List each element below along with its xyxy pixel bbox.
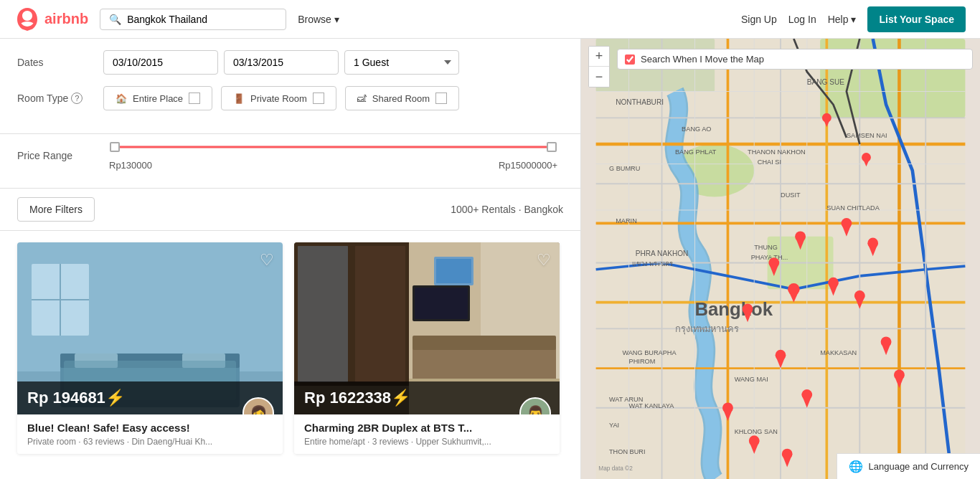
slider-handle-max[interactable] — [547, 142, 557, 152]
private-room-icon: 🚪 — [233, 93, 245, 104]
svg-rect-13 — [355, 246, 405, 382]
svg-text:แขวง พระนคร: แขวง พระนคร — [632, 260, 673, 267]
listing-2-favorite-button[interactable]: ♡ — [537, 251, 551, 270]
filters-area: Dates 1 Guest 2 Guests 3 Guests 4 Guests… — [0, 39, 580, 134]
date-to-input[interactable] — [224, 50, 339, 75]
shared-room-icon: 🛋 — [357, 93, 367, 104]
search-when-checkbox[interactable] — [625, 54, 635, 65]
help-chevron-icon: ▾ — [851, 14, 856, 25]
search-when-bar: Search When I Move the Map — [617, 49, 973, 70]
map-panel: NONTHABURI BANG AO BANG SUE G BUMRU BANG… — [581, 39, 980, 479]
svg-text:CHAI SI: CHAI SI — [758, 158, 781, 166]
svg-rect-18 — [415, 288, 468, 319]
list-space-button[interactable]: List Your Space — [867, 6, 966, 32]
help-label: Help — [828, 14, 849, 25]
slider-fill — [115, 146, 552, 148]
svg-text:PHIROM: PHIROM — [629, 358, 656, 365]
lightning-icon-1: ⚡ — [105, 389, 125, 407]
shared-room-checkbox[interactable] — [435, 93, 447, 104]
zoom-out-button[interactable]: − — [589, 67, 609, 87]
browse-button[interactable]: Browse ▾ — [298, 14, 339, 25]
price-values: Rp130000 Rp15000000+ — [109, 160, 557, 171]
language-currency-bar[interactable]: 🌐 Language and Currency — [837, 453, 981, 479]
listing-card[interactable]: ♡ Rp 194681⚡ 👩 Blue! Clean! Safe! Easy a… — [17, 242, 283, 454]
search-input[interactable] — [127, 14, 270, 25]
svg-text:WANG BURAPHA: WANG BURAPHA — [622, 349, 677, 356]
price-range-label: Price Range — [17, 150, 103, 161]
room-type-label: Room Type ? — [17, 93, 103, 104]
room-types-group: 🏠 Entire Place 🚪 Private Room 🛋 Shared R… — [103, 86, 563, 110]
results-bar: More Filters 1000+ Rentals · Bangkok — [0, 189, 580, 231]
svg-text:WAT KANLAYA: WAT KANLAYA — [629, 402, 675, 409]
left-panel: Dates 1 Guest 2 Guests 3 Guests 4 Guests… — [0, 39, 581, 479]
listing-1-price: Rp 194681 — [27, 389, 105, 407]
svg-text:THON BURI: THON BURI — [609, 448, 646, 455]
entire-place-icon: 🏠 — [116, 93, 127, 104]
date-from-input[interactable] — [103, 50, 218, 75]
guest-select[interactable]: 1 Guest 2 Guests 3 Guests 4 Guests 5+ Gu… — [344, 50, 459, 75]
search-box[interactable]: 🔍 — [100, 9, 286, 30]
price-min: Rp130000 — [109, 160, 152, 171]
signup-button[interactable]: Sign Up — [741, 14, 777, 25]
map-svg: NONTHABURI BANG AO BANG SUE G BUMRU BANG… — [581, 39, 980, 479]
svg-text:MARIN: MARIN — [616, 217, 637, 224]
price-range-row: Price Range Rp130000 Rp15000000+ — [17, 140, 563, 171]
private-room-checkbox[interactable] — [313, 93, 324, 104]
zoom-in-button[interactable]: + — [589, 47, 609, 67]
entire-place-checkbox[interactable] — [189, 93, 200, 104]
svg-text:BANG AO: BANG AO — [682, 125, 711, 133]
guest-wrapper: 1 Guest 2 Guests 3 Guests 4 Guests 5+ Gu… — [344, 50, 459, 75]
listing-2-info: Charming 2BR Duplex at BTS T... Entire h… — [294, 414, 560, 454]
map-container[interactable]: NONTHABURI BANG AO BANG SUE G BUMRU BANG… — [581, 39, 980, 479]
slider-handle-min[interactable] — [110, 142, 120, 152]
price-range-section: Price Range Rp130000 Rp15000000+ — [0, 134, 580, 189]
search-when-label: Search When I Move the Map — [641, 54, 764, 65]
svg-text:YAI: YAI — [609, 422, 619, 429]
listing-1-favorite-button[interactable]: ♡ — [260, 251, 274, 270]
entire-place-option[interactable]: 🏠 Entire Place — [103, 86, 212, 110]
listing-1-info: Blue! Clean! Safe! Easy access! Private … — [17, 414, 283, 454]
svg-text:G BUMRU: G BUMRU — [609, 165, 640, 172]
browse-chevron-icon: ▾ — [334, 14, 339, 25]
svg-text:DUSIT: DUSIT — [781, 191, 801, 199]
listing-2-price: Rp 1622338 — [304, 389, 391, 407]
svg-text:KHLONG SAN: KHLONG SAN — [735, 428, 778, 435]
room-type-filter-row: Room Type ? 🏠 Entire Place 🚪 Private Roo… — [17, 86, 563, 110]
logo[interactable]: airbnb — [14, 6, 88, 32]
svg-text:THANON NAKHON: THANON NAKHON — [748, 148, 806, 156]
listing-2-title: Charming 2BR Duplex at BTS T... — [304, 422, 550, 434]
dates-filter-row: Dates 1 Guest 2 Guests 3 Guests 4 Guests… — [17, 50, 563, 75]
lightning-icon-2: ⚡ — [391, 389, 410, 407]
room-type-help-icon[interactable]: ? — [71, 93, 83, 104]
search-icon: 🔍 — [109, 14, 121, 25]
room-type-label-group: Room Type ? — [17, 93, 103, 104]
results-count: 1000+ Rentals · Bangkok — [451, 204, 563, 215]
svg-text:PHRA NAKHON: PHRA NAKHON — [636, 250, 689, 257]
map-controls: + − — [588, 46, 610, 87]
listing-image-wrapper-2: ♡ Rp 1622338⚡ 👨 — [294, 242, 560, 414]
svg-text:BANG SUE: BANG SUE — [807, 78, 845, 86]
svg-text:NONTHABURI: NONTHABURI — [616, 98, 664, 106]
listing-1-meta: Private room · 63 reviews · Din Daeng/Hu… — [27, 437, 273, 447]
dates-label: Dates — [17, 57, 103, 68]
listing-card[interactable]: ♡ Rp 1622338⚡ 👨 Charming 2BR Duplex at B… — [294, 242, 560, 454]
svg-text:SAMSEN NAI: SAMSEN NAI — [847, 132, 887, 139]
help-button[interactable]: Help ▾ — [828, 14, 857, 25]
svg-text:SUAN CHITLADA: SUAN CHITLADA — [826, 204, 880, 212]
login-button[interactable]: Log In — [788, 14, 816, 25]
private-room-option[interactable]: 🚪 Private Room — [221, 86, 336, 110]
price-max: Rp15000000+ — [499, 160, 557, 171]
svg-text:Map data ©2: Map data ©2 — [598, 465, 633, 472]
price-slider-wrapper: Rp130000 Rp15000000+ — [103, 140, 563, 171]
svg-text:PHAYA TH...: PHAYA TH... — [751, 254, 788, 261]
globe-icon: 🌐 — [849, 460, 863, 473]
entire-place-label: Entire Place — [133, 93, 183, 104]
more-filters-button[interactable]: More Filters — [17, 197, 95, 222]
listing-image-wrapper: ♡ Rp 194681⚡ 👩 — [17, 242, 283, 414]
svg-text:MAKKASAN: MAKKASAN — [820, 349, 857, 356]
shared-room-option[interactable]: 🛋 Shared Room — [345, 86, 459, 110]
price-slider[interactable] — [115, 140, 552, 154]
svg-rect-20 — [413, 336, 556, 350]
main-content: Dates 1 Guest 2 Guests 3 Guests 4 Guests… — [0, 39, 980, 479]
shared-room-label: Shared Room — [372, 93, 430, 104]
